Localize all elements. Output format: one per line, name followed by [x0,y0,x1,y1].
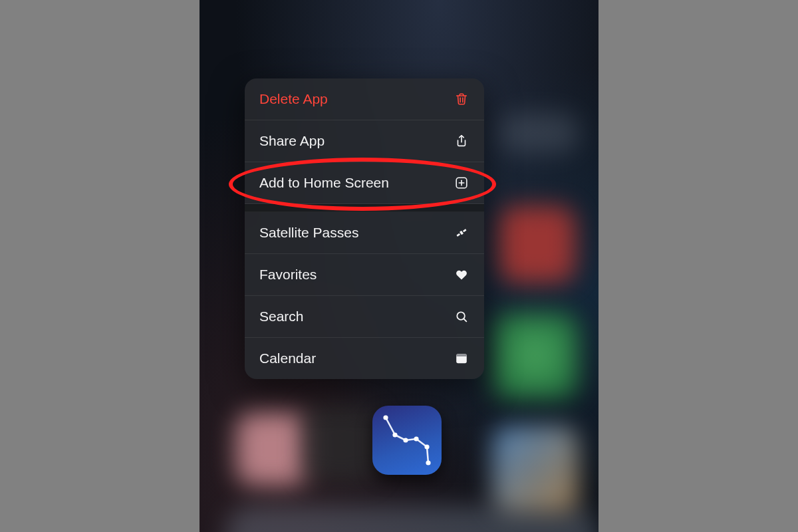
menu-item-label: Add to Home Screen [259,175,389,191]
trash-icon [454,91,469,107]
svg-point-10 [403,438,408,442]
calendar-icon [454,350,469,366]
plus-box-icon [454,175,469,191]
svg-point-13 [426,460,430,465]
menu-item-label: Calendar [259,350,316,366]
menu-item-label: Search [259,309,304,325]
menu-item-label: Share App [259,133,325,149]
blurred-app-icon [303,406,379,482]
svg-rect-2 [456,233,460,237]
menu-item-add-to-home-screen[interactable]: Add to Home Screen [245,162,484,204]
blurred-app-icon [492,426,579,512]
blurred-app-icon [499,206,575,283]
svg-point-8 [383,415,388,420]
svg-point-12 [424,444,429,449]
app-context-menu: Delete App Share App [245,78,484,379]
menu-item-label: Favorites [259,267,317,283]
app-icon-sky-guide[interactable] [372,406,442,475]
heart-icon [454,267,469,283]
svg-rect-3 [463,229,467,232]
share-icon [454,133,469,149]
svg-point-11 [414,436,418,441]
satellite-icon [454,225,469,241]
svg-point-9 [392,432,397,437]
stage: Delete App Share App [0,0,798,532]
blurred-app-icon [236,412,309,485]
menu-item-share-app[interactable]: Share App [245,120,484,162]
svg-rect-1 [460,231,464,235]
svg-rect-7 [456,356,467,356]
menu-item-label: Delete App [259,91,328,107]
menu-item-delete-app[interactable]: Delete App [245,78,484,120]
menu-item-search[interactable]: Search [245,296,484,338]
menu-item-calendar[interactable]: Calendar [245,338,484,379]
menu-item-satellite-passes[interactable]: Satellite Passes [245,212,484,254]
menu-section-divider [245,204,484,212]
blurred-app-icon [499,113,579,153]
menu-item-label: Satellite Passes [259,225,358,241]
blurred-app-icon [492,313,579,399]
menu-item-favorites[interactable]: Favorites [245,254,484,296]
phone-home-screen: Delete App Share App [200,0,598,532]
search-icon [454,309,469,325]
